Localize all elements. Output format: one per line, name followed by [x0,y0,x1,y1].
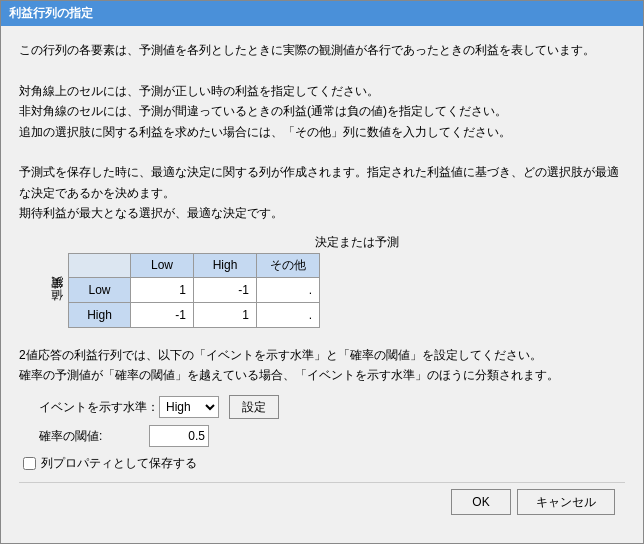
cell-high-low[interactable] [131,302,194,327]
settei-button[interactable]: 設定 [229,395,279,419]
desc-line6: な決定であるかを決めます。 [19,183,625,203]
threshold-label: 確率の閾値: [39,428,149,445]
event-select[interactable]: Low High [159,396,219,418]
content-area: この行列の各要素は、予測値を各列としたときに実際の観測値が各行であったときの利益… [1,26,643,531]
col-header-high: High [194,253,257,277]
main-window: 利益行列の指定 この行列の各要素は、予測値を各列としたときに実際の観測値が各行で… [0,0,644,544]
table-row: Low [69,277,320,302]
desc-line5: 予測式を保存した時に、最適な決定に関する列が作成されます。指定された利益値に基づ… [19,162,625,182]
ok-button[interactable]: OK [451,489,511,515]
desc-line4: 追加の選択肢に関する利益を求めたい場合には、「その他」列に数値を入力してください… [19,122,625,142]
cell-high-high[interactable] [194,302,257,327]
checkbox-row: 列プロパティとして保存する [23,455,625,472]
title-bar: 利益行列の指定 [1,1,643,26]
cell-low-high[interactable] [194,277,257,302]
save-property-checkbox[interactable] [23,457,36,470]
binary-line1: 2値応答の利益行列では、以下の「イベントを示す水準」と「確率の閾値」を設定してく… [19,345,625,365]
input-high-other[interactable] [261,305,315,325]
row-header-low: Low [69,277,131,302]
input-low-other[interactable] [261,280,315,300]
desc-line2: 対角線上のセルには、予測が正しい時の利益を指定してください。 [19,81,625,101]
side-label: 値 実績 [49,275,66,335]
desc-line1: この行列の各要素は、予測値を各列としたときに実際の観測値が各行であったときの利益… [19,40,625,60]
col-header-low: Low [131,253,194,277]
cancel-button[interactable]: キャンセル [517,489,615,515]
threshold-row: 確率の閾値: [39,425,625,447]
input-low-high[interactable] [198,280,252,300]
table-row: High [69,302,320,327]
input-low-low[interactable] [135,280,189,300]
desc-line3: 非対角線のセルには、予測が間違っているときの利益(通常は負の値)を指定してくださ… [19,101,625,121]
matrix-container: 値 実績 Low High その他 Low [49,253,625,335]
input-high-low[interactable] [135,305,189,325]
desc-line7: 期待利益が最大となる選択が、最適な決定です。 [19,203,625,223]
cell-low-low[interactable] [131,277,194,302]
bottom-buttons: OK キャンセル [19,482,625,521]
cell-high-other[interactable] [257,302,320,327]
event-label: イベントを示す水準： [39,399,159,416]
threshold-input[interactable] [149,425,209,447]
row-header-high: High [69,302,131,327]
corner-cell [69,253,131,277]
col-header-other: その他 [257,253,320,277]
description-block: この行列の各要素は、予測値を各列としたときに実際の観測値が各行であったときの利益… [19,40,625,224]
save-property-label[interactable]: 列プロパティとして保存する [41,455,197,472]
matrix-table: Low High その他 Low High [68,253,320,328]
window-title: 利益行列の指定 [9,5,93,22]
input-high-high[interactable] [198,305,252,325]
event-row: イベントを示す水準： Low High 設定 [39,395,625,419]
table-top-label: 決定または予測 [89,234,625,251]
binary-description: 2値応答の利益行列では、以下の「イベントを示す水準」と「確率の閾値」を設定してく… [19,345,625,386]
binary-line2: 確率の予測値が「確率の閾値」を越えている場合、「イベントを示す水準」のほうに分類… [19,365,625,385]
cell-low-other[interactable] [257,277,320,302]
matrix-section: 決定または予測 値 実績 Low High その他 [49,234,625,335]
